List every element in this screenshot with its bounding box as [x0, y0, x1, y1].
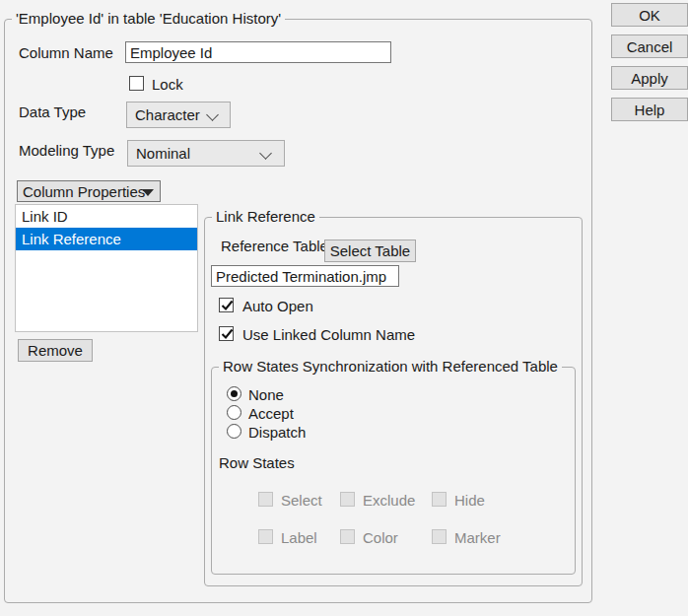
remove-button[interactable]: Remove: [18, 339, 93, 362]
dialog-title: 'Employee Id' in table 'Education Histor…: [12, 10, 285, 28]
marker-checkbox: [432, 529, 447, 544]
radio-accept[interactable]: [227, 405, 241, 420]
exclude-checkbox: [340, 492, 355, 507]
radio-none-label: None: [248, 386, 284, 403]
radio-none[interactable]: [227, 386, 241, 401]
list-item-link-reference[interactable]: Link Reference: [16, 228, 197, 250]
hide-checkbox-label: Hide: [454, 492, 485, 509]
link-reference-group-title: Link Reference: [212, 208, 319, 226]
exclude-checkbox-label: Exclude: [363, 492, 415, 509]
color-checkbox: [340, 529, 355, 544]
use-linked-column-name-checkbox[interactable]: [219, 326, 234, 341]
use-linked-column-name-label: Use Linked Column Name: [242, 326, 415, 343]
select-checkbox: [258, 492, 273, 507]
checkmark-icon: [219, 297, 236, 313]
radio-accept-label: Accept: [248, 405, 294, 422]
select-checkbox-label: Select: [281, 492, 322, 509]
lock-label: Lock: [152, 76, 183, 93]
data-type-value: Character: [127, 106, 200, 123]
apply-button[interactable]: Apply: [611, 66, 688, 90]
reference-table-label: Reference Table: [221, 238, 328, 254]
modeling-type-label: Modeling Type: [19, 142, 114, 159]
cancel-button[interactable]: Cancel: [611, 34, 688, 58]
label-checkbox: [258, 529, 273, 544]
column-properties-button-label: Column Properties: [23, 183, 145, 200]
row-states-sync-group: Row States Synchronization with Referenc…: [211, 367, 576, 575]
checkmark-icon: [219, 325, 236, 342]
color-checkbox-label: Color: [363, 529, 398, 546]
column-name-label: Column Name: [19, 44, 113, 61]
chevron-down-icon: [259, 147, 272, 160]
hide-checkbox: [432, 492, 447, 507]
modeling-type-value: Nominal: [128, 145, 190, 162]
radio-dispatch[interactable]: [227, 424, 241, 439]
column-info-dialog: 'Employee Id' in table 'Education Histor…: [0, 0, 688, 616]
row-states-sync-group-title: Row States Synchronization with Referenc…: [219, 358, 562, 376]
lock-checkbox[interactable]: [129, 76, 144, 91]
column-name-input[interactable]: [125, 41, 391, 63]
data-type-label: Data Type: [19, 103, 86, 120]
column-group-box: 'Employee Id' in table 'Education Histor…: [4, 19, 592, 603]
select-table-button[interactable]: Select Table: [324, 240, 416, 262]
label-checkbox-label: Label: [281, 529, 317, 546]
radio-dispatch-label: Dispatch: [248, 424, 306, 441]
link-reference-group: Link Reference Reference Table Select Ta…: [204, 217, 583, 586]
marker-checkbox-label: Marker: [454, 529, 501, 546]
dropdown-arrow-icon: [142, 189, 154, 196]
chevron-down-icon: [206, 108, 219, 121]
auto-open-label: Auto Open: [242, 298, 313, 314]
column-properties-list[interactable]: Link ID Link Reference: [15, 204, 198, 332]
column-properties-button[interactable]: Column Properties: [17, 180, 161, 202]
reference-table-input[interactable]: [211, 265, 399, 287]
row-states-label: Row States: [219, 454, 295, 471]
auto-open-checkbox[interactable]: [219, 298, 234, 312]
data-type-combo[interactable]: Character: [126, 102, 231, 128]
modeling-type-combo[interactable]: Nominal: [127, 140, 285, 167]
ok-button[interactable]: OK: [611, 3, 688, 27]
list-item-link-id[interactable]: Link ID: [16, 205, 197, 228]
help-button[interactable]: Help: [611, 98, 688, 121]
